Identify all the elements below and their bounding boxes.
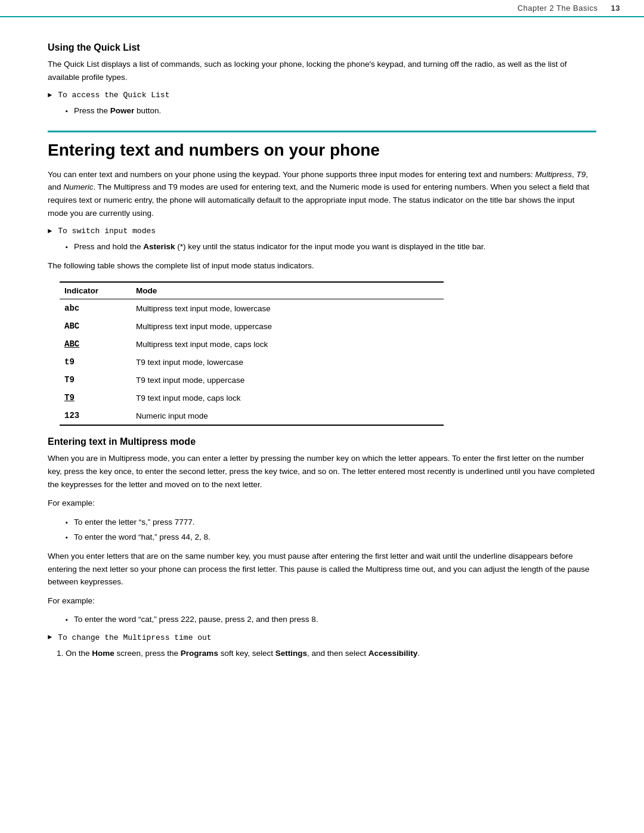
multipress-para2: When you enter letters that are on the s… [48,550,596,589]
switch-modes-bullets: Press and hold the Asterisk (*) key unti… [66,240,596,253]
mode-123: Numeric input mode [131,407,444,425]
using-quick-list-heading: Using the Quick List [48,42,596,53]
change-timeout-heading[interactable]: ► To change the Multipress time out [48,633,596,642]
mode-t9: T9 text input mode, lowercase [131,353,444,371]
entering-text-heading: Entering text and numbers on your phone [48,131,596,160]
indicator-table: Indicator Mode abc Multipress text input… [60,281,444,426]
switch-modes-heading-text: To switch input modes [58,227,156,236]
access-bullet-item: Press the Power button. [66,104,596,117]
expand-arrow-icon: ► [48,91,52,100]
table-row: abc Multipress text input mode, lowercas… [60,299,444,318]
indicator-t9: t9 [60,353,131,371]
header-bar: Chapter 2 The Basics 13 [0,0,644,17]
quick-list-intro: The Quick List displays a list of comman… [48,58,596,83]
mode-T9: T9 text input mode, uppercase [131,371,444,389]
multipress-bullet-hat-text: To enter the word “hat,” press 44, 2, 8. [74,531,210,544]
change-timeout-arrow-icon: ► [48,633,52,642]
table-header-row: Indicator Mode [60,282,444,299]
table-row: T9 T9 text input mode, uppercase [60,371,444,389]
multipress-bullets-2: To enter the word “cat,” press 222, paus… [66,613,596,626]
indicator-T9: T9 [60,371,131,389]
change-timeout-step-1: On the Home screen, press the Programs s… [66,647,596,660]
change-timeout-section: ► To change the Multipress time out On t… [48,633,596,660]
access-bullet-text: Press the Power button. [74,104,161,117]
mode-abc: Multipress text input mode, lowercase [131,299,444,318]
switch-modes-heading[interactable]: ► To switch input modes [48,227,596,236]
page-number: 13 [611,4,620,13]
table-row: ABC Multipress text input mode, uppercas… [60,317,444,335]
access-heading-text: To access the Quick List [58,91,169,100]
indicator-abc: abc [60,299,131,318]
change-timeout-heading-text: To change the Multipress time out [58,633,211,642]
multipress-bullet-cat: To enter the word “cat,” press 222, paus… [66,613,596,626]
multipress-intro: When you are in Multipress mode, you can… [48,452,596,491]
access-quick-list-section: ► To access the Quick List Press the Pow… [48,91,596,117]
multipress-heading: Entering text in Multipress mode [48,436,596,447]
indicator-123: 123 [60,407,131,425]
content-area: Using the Quick List The Quick List disp… [0,17,644,689]
access-quick-list-heading[interactable]: ► To access the Quick List [48,91,596,100]
table-row: t9 T9 text input mode, lowercase [60,353,444,371]
indicator-T9ul: T9 [60,389,131,407]
switch-modes-bullet-text: Press and hold the Asterisk (*) key unti… [74,240,485,253]
chapter-text: Chapter 2 The Basics [518,4,598,13]
multipress-bullet-hat: To enter the word “hat,” press 44, 2, 8. [66,531,596,544]
for-example-1: For example: [48,497,596,510]
switch-modes-arrow-icon: ► [48,227,52,236]
table-intro-text: The following table shows the complete l… [48,259,596,272]
multipress-bullet-s: To enter the letter “s,” press 7777. [66,516,596,529]
entering-text-intro: You can enter text and numbers on your p… [48,168,596,219]
change-timeout-steps: On the Home screen, press the Programs s… [66,647,596,660]
multipress-bullets-1: To enter the letter “s,” press 7777. To … [66,516,596,544]
table-row: ABC Multipress text input mode, caps loc… [60,335,444,353]
mode-T9ul: T9 text input mode, caps lock [131,389,444,407]
for-example-2: For example: [48,594,596,608]
access-quick-list-bullets: Press the Power button. [66,104,596,117]
switch-modes-section: ► To switch input modes Press and hold t… [48,227,596,253]
mode-ABC: Multipress text input mode, uppercase [131,317,444,335]
table-row: 123 Numeric input mode [60,407,444,425]
switch-modes-bullet: Press and hold the Asterisk (*) key unti… [66,240,596,253]
multipress-bullet-s-text: To enter the letter “s,” press 7777. [74,516,195,529]
table-row: T9 T9 text input mode, caps lock [60,389,444,407]
indicator-ABCul: ABC [60,335,131,353]
mode-ABCul: Multipress text input mode, caps lock [131,335,444,353]
multipress-bullet-cat-text: To enter the word “cat,” press 222, paus… [74,613,318,626]
indicator-ABC: ABC [60,317,131,335]
col-mode-header: Mode [131,282,444,299]
header-chapter-text: Chapter 2 The Basics 13 [518,4,620,13]
page-container: Chapter 2 The Basics 13 Using the Quick … [0,0,644,833]
col-indicator-header: Indicator [60,282,131,299]
